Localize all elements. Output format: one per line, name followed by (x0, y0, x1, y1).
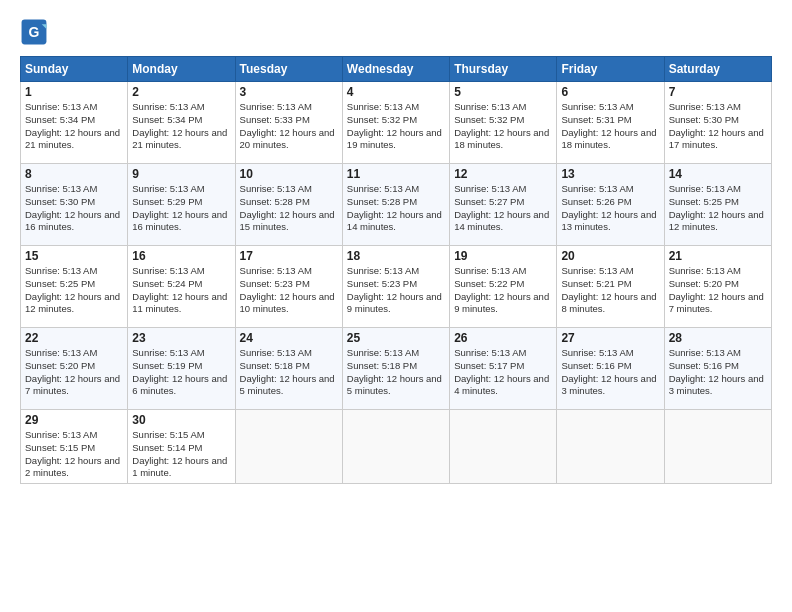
day-info: Sunrise: 5:13 AMSunset: 5:16 PMDaylight:… (561, 347, 659, 398)
calendar-cell: 1Sunrise: 5:13 AMSunset: 5:34 PMDaylight… (21, 82, 128, 164)
day-number: 18 (347, 249, 445, 263)
calendar-cell (664, 410, 771, 484)
day-number: 7 (669, 85, 767, 99)
day-info: Sunrise: 5:13 AMSunset: 5:25 PMDaylight:… (669, 183, 767, 234)
day-number: 27 (561, 331, 659, 345)
day-number: 6 (561, 85, 659, 99)
day-info: Sunrise: 5:13 AMSunset: 5:29 PMDaylight:… (132, 183, 230, 234)
day-number: 16 (132, 249, 230, 263)
day-number: 20 (561, 249, 659, 263)
day-info: Sunrise: 5:13 AMSunset: 5:33 PMDaylight:… (240, 101, 338, 152)
calendar-cell: 29Sunrise: 5:13 AMSunset: 5:15 PMDayligh… (21, 410, 128, 484)
day-info: Sunrise: 5:13 AMSunset: 5:27 PMDaylight:… (454, 183, 552, 234)
calendar-cell: 15Sunrise: 5:13 AMSunset: 5:25 PMDayligh… (21, 246, 128, 328)
calendar-cell: 9Sunrise: 5:13 AMSunset: 5:29 PMDaylight… (128, 164, 235, 246)
calendar-cell: 2Sunrise: 5:13 AMSunset: 5:34 PMDaylight… (128, 82, 235, 164)
day-info: Sunrise: 5:13 AMSunset: 5:30 PMDaylight:… (669, 101, 767, 152)
weekday-header-sunday: Sunday (21, 57, 128, 82)
calendar-cell: 27Sunrise: 5:13 AMSunset: 5:16 PMDayligh… (557, 328, 664, 410)
calendar-week-1: 1Sunrise: 5:13 AMSunset: 5:34 PMDaylight… (21, 82, 772, 164)
day-info: Sunrise: 5:13 AMSunset: 5:34 PMDaylight:… (132, 101, 230, 152)
calendar-week-2: 8Sunrise: 5:13 AMSunset: 5:30 PMDaylight… (21, 164, 772, 246)
day-info: Sunrise: 5:13 AMSunset: 5:20 PMDaylight:… (669, 265, 767, 316)
weekday-header-row: SundayMondayTuesdayWednesdayThursdayFrid… (21, 57, 772, 82)
day-number: 1 (25, 85, 123, 99)
day-info: Sunrise: 5:13 AMSunset: 5:32 PMDaylight:… (454, 101, 552, 152)
day-info: Sunrise: 5:13 AMSunset: 5:28 PMDaylight:… (347, 183, 445, 234)
day-info: Sunrise: 5:13 AMSunset: 5:22 PMDaylight:… (454, 265, 552, 316)
day-info: Sunrise: 5:13 AMSunset: 5:31 PMDaylight:… (561, 101, 659, 152)
calendar-cell: 5Sunrise: 5:13 AMSunset: 5:32 PMDaylight… (450, 82, 557, 164)
calendar-cell: 22Sunrise: 5:13 AMSunset: 5:20 PMDayligh… (21, 328, 128, 410)
day-number: 26 (454, 331, 552, 345)
calendar-cell: 12Sunrise: 5:13 AMSunset: 5:27 PMDayligh… (450, 164, 557, 246)
day-number: 30 (132, 413, 230, 427)
calendar-cell (342, 410, 449, 484)
day-info: Sunrise: 5:13 AMSunset: 5:23 PMDaylight:… (347, 265, 445, 316)
day-info: Sunrise: 5:13 AMSunset: 5:26 PMDaylight:… (561, 183, 659, 234)
day-info: Sunrise: 5:13 AMSunset: 5:23 PMDaylight:… (240, 265, 338, 316)
logo-icon: G (20, 18, 48, 46)
calendar-cell: 20Sunrise: 5:13 AMSunset: 5:21 PMDayligh… (557, 246, 664, 328)
day-info: Sunrise: 5:13 AMSunset: 5:17 PMDaylight:… (454, 347, 552, 398)
calendar-cell: 6Sunrise: 5:13 AMSunset: 5:31 PMDaylight… (557, 82, 664, 164)
calendar-cell: 13Sunrise: 5:13 AMSunset: 5:26 PMDayligh… (557, 164, 664, 246)
weekday-header-monday: Monday (128, 57, 235, 82)
day-number: 11 (347, 167, 445, 181)
day-number: 24 (240, 331, 338, 345)
day-number: 9 (132, 167, 230, 181)
calendar-cell: 19Sunrise: 5:13 AMSunset: 5:22 PMDayligh… (450, 246, 557, 328)
calendar-cell: 25Sunrise: 5:13 AMSunset: 5:18 PMDayligh… (342, 328, 449, 410)
day-number: 22 (25, 331, 123, 345)
day-number: 28 (669, 331, 767, 345)
day-info: Sunrise: 5:13 AMSunset: 5:20 PMDaylight:… (25, 347, 123, 398)
day-info: Sunrise: 5:13 AMSunset: 5:15 PMDaylight:… (25, 429, 123, 480)
day-number: 19 (454, 249, 552, 263)
weekday-header-tuesday: Tuesday (235, 57, 342, 82)
day-number: 5 (454, 85, 552, 99)
calendar-cell: 23Sunrise: 5:13 AMSunset: 5:19 PMDayligh… (128, 328, 235, 410)
calendar-cell: 4Sunrise: 5:13 AMSunset: 5:32 PMDaylight… (342, 82, 449, 164)
day-info: Sunrise: 5:13 AMSunset: 5:18 PMDaylight:… (240, 347, 338, 398)
calendar-cell: 3Sunrise: 5:13 AMSunset: 5:33 PMDaylight… (235, 82, 342, 164)
calendar-cell: 30Sunrise: 5:15 AMSunset: 5:14 PMDayligh… (128, 410, 235, 484)
day-number: 15 (25, 249, 123, 263)
calendar-cell: 14Sunrise: 5:13 AMSunset: 5:25 PMDayligh… (664, 164, 771, 246)
calendar-cell (450, 410, 557, 484)
day-info: Sunrise: 5:15 AMSunset: 5:14 PMDaylight:… (132, 429, 230, 480)
weekday-header-friday: Friday (557, 57, 664, 82)
day-number: 29 (25, 413, 123, 427)
calendar-cell: 11Sunrise: 5:13 AMSunset: 5:28 PMDayligh… (342, 164, 449, 246)
calendar-week-4: 22Sunrise: 5:13 AMSunset: 5:20 PMDayligh… (21, 328, 772, 410)
calendar-cell: 21Sunrise: 5:13 AMSunset: 5:20 PMDayligh… (664, 246, 771, 328)
calendar-cell: 7Sunrise: 5:13 AMSunset: 5:30 PMDaylight… (664, 82, 771, 164)
calendar-cell (557, 410, 664, 484)
day-number: 17 (240, 249, 338, 263)
day-number: 3 (240, 85, 338, 99)
day-number: 8 (25, 167, 123, 181)
day-number: 14 (669, 167, 767, 181)
calendar-cell: 28Sunrise: 5:13 AMSunset: 5:16 PMDayligh… (664, 328, 771, 410)
header: G (20, 18, 772, 46)
calendar-cell: 26Sunrise: 5:13 AMSunset: 5:17 PMDayligh… (450, 328, 557, 410)
calendar-table: SundayMondayTuesdayWednesdayThursdayFrid… (20, 56, 772, 484)
calendar-cell (235, 410, 342, 484)
day-info: Sunrise: 5:13 AMSunset: 5:28 PMDaylight:… (240, 183, 338, 234)
svg-text:G: G (29, 24, 40, 40)
calendar-cell: 8Sunrise: 5:13 AMSunset: 5:30 PMDaylight… (21, 164, 128, 246)
day-info: Sunrise: 5:13 AMSunset: 5:25 PMDaylight:… (25, 265, 123, 316)
calendar-cell: 17Sunrise: 5:13 AMSunset: 5:23 PMDayligh… (235, 246, 342, 328)
day-number: 23 (132, 331, 230, 345)
day-info: Sunrise: 5:13 AMSunset: 5:19 PMDaylight:… (132, 347, 230, 398)
day-number: 21 (669, 249, 767, 263)
day-info: Sunrise: 5:13 AMSunset: 5:21 PMDaylight:… (561, 265, 659, 316)
day-number: 12 (454, 167, 552, 181)
day-info: Sunrise: 5:13 AMSunset: 5:16 PMDaylight:… (669, 347, 767, 398)
day-number: 2 (132, 85, 230, 99)
day-info: Sunrise: 5:13 AMSunset: 5:24 PMDaylight:… (132, 265, 230, 316)
day-info: Sunrise: 5:13 AMSunset: 5:34 PMDaylight:… (25, 101, 123, 152)
calendar-week-3: 15Sunrise: 5:13 AMSunset: 5:25 PMDayligh… (21, 246, 772, 328)
day-number: 25 (347, 331, 445, 345)
page-container: G SundayMondayTuesdayWednesdayThursdayFr… (0, 0, 792, 494)
day-info: Sunrise: 5:13 AMSunset: 5:32 PMDaylight:… (347, 101, 445, 152)
